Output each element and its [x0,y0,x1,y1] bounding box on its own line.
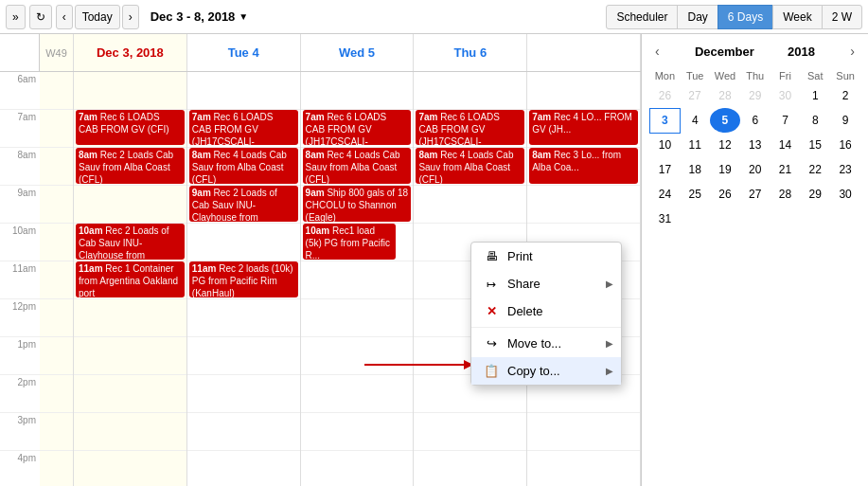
mini-cal-day[interactable]: 14 [771,133,801,157]
time-11am: 11am [0,261,40,299]
mini-cal-month: December [695,45,754,59]
mini-cal-day[interactable]: 3 [650,108,681,133]
mini-cal-next-btn[interactable]: › [844,42,860,61]
mini-cal-day[interactable]: 6 [740,108,771,133]
2w-view-btn[interactable]: 2 W [822,5,862,29]
mini-cal-day[interactable] [830,207,860,231]
event-wed-2[interactable]: 8am Rec 4 Loads Cab Sauv from Alba Coast… [303,148,412,184]
event-tue-2[interactable]: 8am Rec 4 Loads Cab Sauv from Alba Coast… [189,148,298,184]
event-wed-3[interactable]: 9am Ship 800 gals of 18 CHCOLU to Shanno… [303,186,412,222]
mini-cal-day[interactable]: 1 [800,83,830,108]
context-menu-share[interactable]: ↦ Share ▶ [471,270,621,297]
view-selector: Scheduler Day 6 Days Week 2 W [607,5,862,29]
mini-cal-day[interactable]: 23 [830,157,860,182]
mini-cal-day[interactable]: 28 [710,83,740,108]
day-col-wed[interactable]: 7am Rec 6 LOADS CAB FROM GV (JH17CSCALI-… [301,72,415,486]
mini-cal-day[interactable]: 17 [650,157,681,182]
scheduler-view-btn[interactable]: Scheduler [606,5,678,29]
mini-cal-day[interactable]: 30 [830,182,860,207]
mini-cal-day[interactable]: 29 [800,182,830,207]
time-labels: 6am 7am 8am 9am 10am 11am 12pm 1pm 2pm 3… [0,72,40,486]
day-header-thu[interactable]: Thu 6 [414,34,527,71]
tue-label: Tue 4 [187,45,300,60]
time-6am: 6am [0,72,40,110]
event-tue-1[interactable]: 7am Rec 6 LOADS CAB FROM GV (JH17CSCALI- [189,110,298,145]
mini-cal-day[interactable]: 28 [771,182,801,207]
today-button[interactable]: Today [75,5,120,29]
day-header-sun[interactable]: Dec 3, 2018 [74,34,187,71]
back-button[interactable]: ‹ [56,5,73,29]
context-menu-copy-to[interactable]: 📋 Copy to... ▶ [471,357,621,385]
time-12pm: 12pm [0,299,40,337]
date-range[interactable]: Dec 3 - 8, 2018 ▼ [143,9,257,24]
mini-cal-day[interactable]: 11 [680,133,710,157]
event-fri-1[interactable]: 7am Rec 4 LO... FROM GV (JH... [529,110,638,145]
mini-cal-day[interactable] [680,207,710,231]
context-menu-print[interactable]: 🖶 Print [471,243,621,270]
context-menu-delete[interactable]: ✕ Delete [471,297,621,325]
mini-cal-prev-btn[interactable]: ‹ [649,42,665,61]
day-header-wed[interactable]: Wed 5 [301,34,415,71]
event-sun-2[interactable]: 8am Rec 2 Loads Cab Sauv from Alba Coast… [76,148,185,184]
mini-cal-day[interactable] [800,207,830,231]
mini-cal-day[interactable]: 2 [830,83,860,108]
day-view-btn[interactable]: Day [677,5,717,29]
refresh-button[interactable]: ↻ [29,5,52,29]
event-sun-1[interactable]: 7am Rec 6 LOADS CAB FROM GV (CFI) [76,110,185,145]
day-header-tue[interactable]: Tue 4 [187,34,301,71]
mini-cal-day[interactable]: 25 [680,182,710,207]
event-wed-1[interactable]: 7am Rec 6 LOADS CAB FROM GV (JH17CSCALI- [303,110,412,145]
thu-label: Thu 6 [414,45,526,60]
context-menu-move-to[interactable]: ↪ Move to... ▶ [471,330,621,357]
mini-cal-day[interactable]: 9 [830,108,860,133]
mini-cal-day[interactable]: 27 [740,182,771,207]
mini-cal-day[interactable]: 24 [650,182,681,207]
event-thu-1[interactable]: 7am Rec 6 LOADS CAB FROM GV (JH17CSCALI- [416,110,524,145]
double-left-icon[interactable]: » [6,5,26,29]
calendar-container: W49 Dec 3, 2018 Tue 4 Wed 5 Thu 6 [0,34,868,486]
time-8am: 8am [0,148,40,186]
mini-cal-day[interactable]: 7 [771,108,801,133]
delete-icon: ✕ [483,304,500,318]
6days-view-btn[interactable]: 6 Days [717,5,773,29]
mini-cal-table: Mon Tue Wed Thu Fri Sat Sun 262728293012… [649,68,860,231]
day-col-tue[interactable]: 7am Rec 6 LOADS CAB FROM GV (JH17CSCALI-… [187,72,301,486]
mini-cal-day[interactable]: 10 [650,133,681,157]
mini-cal-day[interactable]: 21 [771,157,801,182]
event-sun-4[interactable]: 11am Rec 1 Container from Argentina Oakl… [76,261,185,297]
event-sun-3[interactable]: 10am Rec 2 Loads of Cab Sauv INU-Clayhou… [76,224,185,260]
mini-cal-day[interactable]: 31 [650,207,681,231]
mini-cal-day[interactable] [740,207,771,231]
mini-cal-day[interactable]: 8 [800,108,830,133]
mini-cal-day[interactable]: 26 [710,182,740,207]
mini-cal-day[interactable] [771,207,801,231]
day-col-sun[interactable]: 7am Rec 6 LOADS CAB FROM GV (CFI) 8am Re… [74,72,187,486]
day-header-fri[interactable] [527,34,641,71]
mini-cal-day[interactable]: 13 [740,133,771,157]
mini-cal-day[interactable]: 29 [740,83,771,108]
event-thu-2[interactable]: 8am Rec 4 Loads Cab Sauv from Alba Coast… [416,148,524,184]
mini-cal-day[interactable]: 12 [710,133,740,157]
mini-cal-day[interactable]: 16 [830,133,860,157]
week-view-btn[interactable]: Week [772,5,822,29]
week-number-header: W49 [40,34,74,71]
mini-cal-day[interactable]: 26 [650,83,681,108]
mini-cal-day[interactable]: 15 [800,133,830,157]
mini-cal-day[interactable] [710,207,740,231]
mini-cal-day[interactable]: 19 [710,157,740,182]
mini-cal-day[interactable]: 20 [740,157,771,182]
time-9am: 9am [0,186,40,224]
mini-cal-day[interactable]: 27 [680,83,710,108]
mini-cal-day[interactable]: 30 [771,83,801,108]
time-7am: 7am [0,110,40,148]
toolbar: » ↻ ‹ Today › Dec 3 - 8, 2018 ▼ Schedule… [0,0,868,34]
event-tue-4[interactable]: 11am Rec 2 loads (10k) PG from Pacific R… [189,261,298,297]
event-wed-4[interactable]: 10am Rec1 load (5k) PG from Pacific R... [303,224,397,260]
forward-button[interactable]: › [122,5,139,29]
event-fri-2[interactable]: 8am Rec 3 Lo... from Alba Coa... [529,148,638,184]
mini-cal-day[interactable]: 18 [680,157,710,182]
mini-cal-day[interactable]: 5 [710,108,740,133]
mini-cal-day[interactable]: 4 [680,108,710,133]
mini-cal-day[interactable]: 22 [800,157,830,182]
event-tue-3[interactable]: 9am Rec 2 Loads of Cab Sauv INU-Clayhous… [189,186,298,222]
